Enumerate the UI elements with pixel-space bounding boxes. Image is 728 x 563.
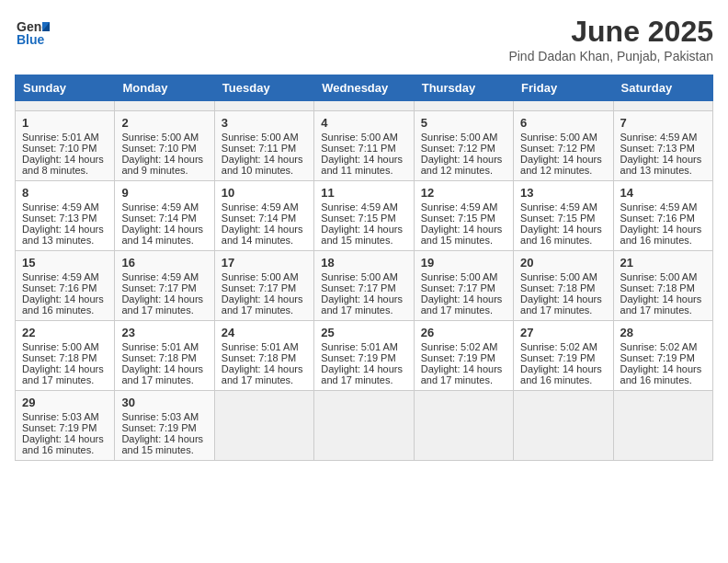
calendar-cell: 21Sunrise: 5:00 AMSunset: 7:18 PMDayligh…: [613, 251, 712, 321]
sunrise-text: Sunrise: 5:00 AM: [22, 341, 99, 352]
calendar-cell: [514, 391, 613, 461]
daylight-text: Daylight: 14 hours and 17 minutes.: [22, 363, 104, 385]
day-number: 6: [520, 116, 606, 130]
day-number: 14: [620, 186, 706, 200]
calendar-week-row: 8Sunrise: 4:59 AMSunset: 7:13 PMDaylight…: [16, 181, 713, 251]
day-number: 7: [620, 116, 706, 130]
calendar-cell: 28Sunrise: 5:02 AMSunset: 7:19 PMDayligh…: [613, 321, 712, 391]
calendar-cell: 15Sunrise: 4:59 AMSunset: 7:16 PMDayligh…: [16, 251, 115, 321]
sunset-text: Sunset: 7:19 PM: [22, 422, 97, 433]
header-row: Sunday Monday Tuesday Wednesday Thursday…: [16, 75, 713, 101]
sunset-text: Sunset: 7:13 PM: [22, 213, 97, 224]
calendar-cell: 25Sunrise: 5:01 AMSunset: 7:19 PMDayligh…: [314, 321, 414, 391]
daylight-text: Daylight: 14 hours and 16 minutes.: [22, 293, 104, 316]
calendar-cell: 5Sunrise: 5:00 AMSunset: 7:12 PMDaylight…: [414, 111, 513, 181]
daylight-text: Daylight: 14 hours and 15 minutes.: [321, 224, 403, 246]
daylight-text: Daylight: 14 hours and 9 minutes.: [121, 154, 203, 176]
day-number: 3: [222, 116, 307, 130]
sunset-text: Sunset: 7:15 PM: [321, 213, 395, 224]
daylight-text: Daylight: 14 hours and 16 minutes.: [620, 224, 702, 246]
sunrise-text: Sunrise: 4:59 AM: [520, 201, 597, 213]
sunset-text: Sunset: 7:18 PM: [620, 282, 695, 293]
daylight-text: Daylight: 14 hours and 16 minutes.: [520, 224, 602, 246]
calendar-cell: [414, 101, 513, 111]
calendar-cell: [613, 391, 712, 461]
calendar-cell: [214, 101, 313, 111]
day-number: 2: [121, 116, 207, 130]
calendar-cell: [16, 101, 115, 111]
sunset-text: Sunset: 7:19 PM: [421, 352, 495, 363]
daylight-text: Daylight: 14 hours and 17 minutes.: [421, 293, 503, 316]
calendar-cell: 12Sunrise: 4:59 AMSunset: 7:15 PMDayligh…: [414, 181, 513, 251]
sunrise-text: Sunrise: 5:01 AM: [22, 132, 99, 143]
daylight-text: Daylight: 14 hours and 14 minutes.: [121, 224, 203, 246]
day-number: 13: [520, 186, 606, 200]
day-number: 22: [22, 326, 108, 339]
sunrise-text: Sunrise: 5:00 AM: [222, 132, 299, 143]
daylight-text: Daylight: 14 hours and 17 minutes.: [121, 293, 203, 316]
sunrise-text: Sunrise: 4:59 AM: [121, 201, 199, 213]
sunrise-text: Sunrise: 5:03 AM: [22, 411, 99, 422]
daylight-text: Daylight: 14 hours and 14 minutes.: [222, 224, 303, 246]
sunrise-text: Sunrise: 5:00 AM: [620, 271, 698, 282]
daylight-text: Daylight: 14 hours and 16 minutes.: [620, 363, 702, 385]
daylight-text: Daylight: 14 hours and 17 minutes.: [321, 363, 403, 385]
sunrise-text: Sunrise: 5:03 AM: [121, 411, 199, 422]
sunrise-text: Sunrise: 5:02 AM: [520, 341, 597, 352]
sunrise-text: Sunrise: 5:00 AM: [222, 271, 299, 282]
daylight-text: Daylight: 14 hours and 17 minutes.: [520, 293, 602, 316]
daylight-text: Daylight: 14 hours and 15 minutes.: [421, 224, 503, 246]
sunrise-text: Sunrise: 5:00 AM: [421, 132, 498, 143]
calendar-cell: 13Sunrise: 4:59 AMSunset: 7:15 PMDayligh…: [514, 181, 613, 251]
calendar-cell: 8Sunrise: 4:59 AMSunset: 7:13 PMDaylight…: [16, 181, 115, 251]
sunset-text: Sunset: 7:11 PM: [321, 143, 395, 154]
sunset-text: Sunset: 7:10 PM: [22, 143, 97, 154]
sunrise-text: Sunrise: 5:01 AM: [121, 341, 199, 352]
calendar-cell: 30Sunrise: 5:03 AMSunset: 7:19 PMDayligh…: [115, 391, 214, 461]
day-number: 10: [222, 186, 307, 200]
col-wednesday: Wednesday: [314, 75, 414, 101]
sunset-text: Sunset: 7:18 PM: [520, 282, 595, 293]
calendar-cell: 16Sunrise: 4:59 AMSunset: 7:17 PMDayligh…: [115, 251, 214, 321]
calendar-cell: 24Sunrise: 5:01 AMSunset: 7:18 PMDayligh…: [214, 321, 313, 391]
calendar-week-row: 29Sunrise: 5:03 AMSunset: 7:19 PMDayligh…: [16, 391, 713, 461]
day-number: 5: [421, 116, 506, 130]
sunset-text: Sunset: 7:17 PM: [321, 282, 395, 293]
sunset-text: Sunset: 7:11 PM: [222, 143, 296, 154]
daylight-text: Daylight: 14 hours and 12 minutes.: [520, 154, 602, 176]
sunset-text: Sunset: 7:16 PM: [620, 213, 695, 224]
day-number: 15: [22, 256, 108, 270]
col-saturday: Saturday: [613, 75, 712, 101]
daylight-text: Daylight: 14 hours and 16 minutes.: [520, 363, 602, 385]
sunset-text: Sunset: 7:14 PM: [222, 213, 296, 224]
calendar-cell: 26Sunrise: 5:02 AMSunset: 7:19 PMDayligh…: [414, 321, 513, 391]
calendar-week-row: 22Sunrise: 5:00 AMSunset: 7:18 PMDayligh…: [16, 321, 713, 391]
location-subtitle: Pind Dadan Khan, Punjab, Pakistan: [508, 49, 713, 63]
day-number: 16: [121, 256, 207, 270]
calendar-cell: 3Sunrise: 5:00 AMSunset: 7:11 PMDaylight…: [214, 111, 313, 181]
sunrise-text: Sunrise: 5:01 AM: [222, 341, 299, 352]
day-number: 8: [22, 186, 108, 200]
sunset-text: Sunset: 7:18 PM: [222, 352, 296, 363]
calendar-cell: 2Sunrise: 5:00 AMSunset: 7:10 PMDaylight…: [115, 111, 214, 181]
day-number: 29: [22, 396, 108, 409]
day-number: 21: [620, 256, 706, 270]
calendar-cell: 29Sunrise: 5:03 AMSunset: 7:19 PMDayligh…: [16, 391, 115, 461]
svg-text:Blue: Blue: [17, 32, 45, 47]
day-number: 9: [121, 186, 207, 200]
day-number: 30: [121, 396, 207, 409]
daylight-text: Daylight: 14 hours and 8 minutes.: [22, 154, 104, 176]
day-number: 23: [121, 326, 207, 339]
calendar-cell: 6Sunrise: 5:00 AMSunset: 7:12 PMDaylight…: [514, 111, 613, 181]
day-number: 27: [520, 326, 606, 339]
calendar-cell: 9Sunrise: 4:59 AMSunset: 7:14 PMDaylight…: [115, 181, 214, 251]
calendar-cell: [314, 391, 414, 461]
logo-mark: General Blue: [15, 15, 50, 53]
calendar-cell: 11Sunrise: 4:59 AMSunset: 7:15 PMDayligh…: [314, 181, 414, 251]
day-number: 26: [421, 326, 506, 339]
month-title: June 2025: [508, 15, 713, 49]
sunrise-text: Sunrise: 5:01 AM: [321, 341, 398, 352]
calendar-week-row: 15Sunrise: 4:59 AMSunset: 7:16 PMDayligh…: [16, 251, 713, 321]
title-section: June 2025 Pind Dadan Khan, Punjab, Pakis…: [508, 15, 713, 63]
sunset-text: Sunset: 7:18 PM: [121, 352, 196, 363]
